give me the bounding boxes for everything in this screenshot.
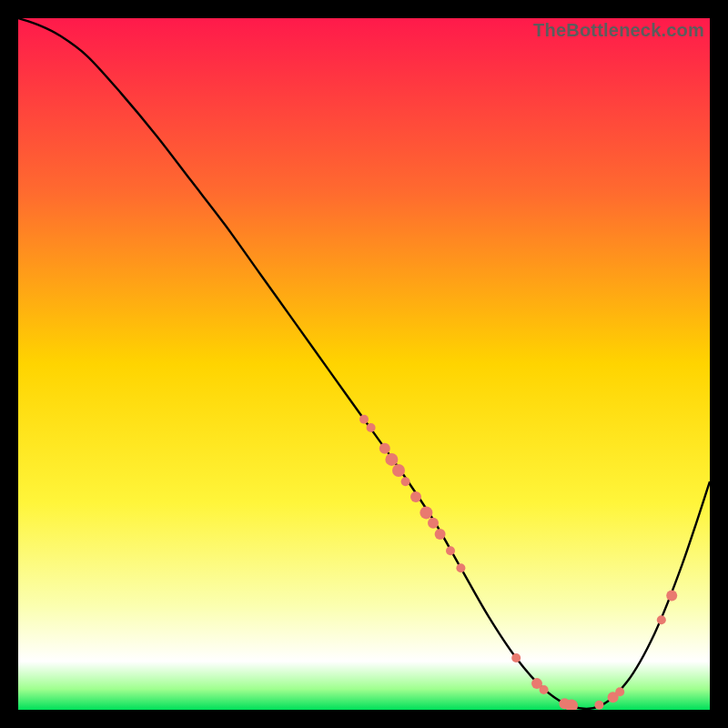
marker-pt-o (540, 685, 549, 694)
marker-pt-u (657, 615, 666, 624)
marker-pt-j (435, 529, 446, 540)
bottleneck-chart (18, 18, 710, 710)
marker-pt-b (367, 423, 376, 432)
marker-pt-i (428, 518, 439, 529)
marker-pt-v (666, 591, 677, 602)
marker-pt-c (379, 443, 390, 454)
marker-pt-k (446, 546, 455, 555)
gradient-bg (18, 18, 710, 710)
marker-pt-l (456, 563, 465, 572)
watermark-text: TheBottleneck.com (533, 20, 704, 41)
marker-pt-g (410, 491, 421, 502)
chart-frame: TheBottleneck.com (18, 18, 710, 710)
marker-pt-h (420, 506, 432, 519)
marker-pt-m (511, 653, 521, 662)
marker-pt-f (401, 477, 410, 486)
marker-pt-r (594, 701, 603, 710)
marker-pt-e (392, 464, 405, 477)
marker-pt-t (615, 687, 624, 696)
marker-pt-d (385, 453, 398, 466)
marker-pt-a (359, 415, 369, 424)
